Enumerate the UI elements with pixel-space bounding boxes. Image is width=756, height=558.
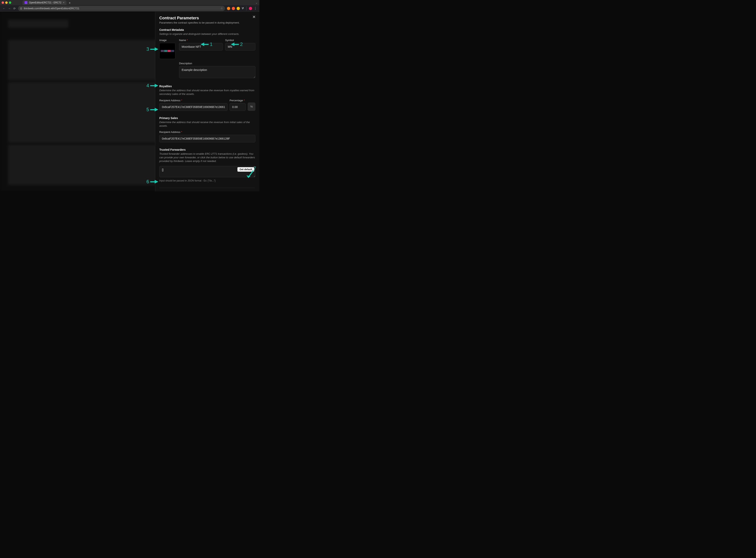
panel-title: Contract Parameters bbox=[159, 16, 255, 20]
bookmark-icon[interactable]: ☆ bbox=[220, 7, 223, 10]
site-info-icon[interactable]: ⊡ bbox=[20, 7, 22, 10]
primary-sales-section: Primary Sales Determine the address that… bbox=[159, 117, 255, 143]
symbol-label: Symbol bbox=[225, 39, 255, 42]
tab-title: OpenEditionERC721 - ERC72 bbox=[29, 1, 61, 4]
image-preview bbox=[161, 50, 174, 52]
royalty-recipient-input[interactable] bbox=[159, 103, 228, 111]
url-bar[interactable]: ⊡ thirdweb.com/thirdweb.eth/OpenEditionE… bbox=[18, 6, 225, 11]
back-button[interactable]: ← bbox=[2, 7, 6, 10]
percent-suffix: % bbox=[248, 103, 255, 111]
royalties-sub: Determine the address that should receiv… bbox=[159, 88, 255, 96]
royalty-recipient-label: Recipient Address * bbox=[159, 99, 228, 102]
description-input[interactable] bbox=[179, 66, 255, 78]
url-text: thirdweb.com/thirdweb.eth/OpenEditionERC… bbox=[24, 7, 79, 10]
trusted-forwarders-section: Trusted Forwarders Trusted forwarder add… bbox=[159, 148, 255, 182]
name-label: Name * bbox=[179, 39, 223, 42]
browser-chrome: OpenEditionERC721 - ERC72 × + ⌄ ← → ⟳ ⊡ … bbox=[0, 0, 259, 12]
primary-recipient-input[interactable] bbox=[159, 135, 255, 143]
extension-icon[interactable] bbox=[232, 7, 235, 10]
close-panel-button[interactable]: ✕ bbox=[252, 15, 256, 19]
contract-metadata-section: Contract Metadata Settings to organize a… bbox=[159, 28, 255, 79]
get-default-button[interactable]: Get default bbox=[237, 167, 254, 172]
primary-sub: Determine the address that should receiv… bbox=[159, 121, 255, 128]
extensions-menu-icon[interactable]: ⧩ bbox=[241, 7, 244, 10]
metadata-header: Contract Metadata bbox=[159, 28, 255, 31]
royalties-header: Royalties bbox=[159, 84, 255, 88]
browser-menu-icon[interactable]: ⋮ bbox=[254, 6, 257, 10]
traffic-close[interactable] bbox=[2, 1, 4, 4]
royalties-section: Royalties Determine the address that sho… bbox=[159, 84, 255, 110]
favicon bbox=[25, 1, 27, 4]
primary-header: Primary Sales bbox=[159, 117, 255, 120]
forwarders-sub: Trusted forwarder addresses to enable ER… bbox=[159, 152, 255, 163]
forward-button[interactable]: → bbox=[8, 7, 11, 10]
name-input[interactable] bbox=[179, 43, 223, 51]
image-upload[interactable] bbox=[159, 43, 175, 59]
image-label: Image bbox=[159, 39, 177, 42]
desc-label: Description bbox=[179, 62, 255, 65]
traffic-min[interactable] bbox=[5, 1, 8, 4]
contract-parameters-panel: ✕ Contract Parameters Parameters the con… bbox=[155, 12, 259, 192]
symbol-input[interactable] bbox=[225, 43, 255, 51]
traffic-max[interactable] bbox=[9, 1, 11, 4]
extension-icon[interactable] bbox=[227, 7, 230, 10]
browser-tab[interactable]: OpenEditionERC721 - ERC72 × bbox=[23, 0, 67, 5]
percentage-input[interactable] bbox=[230, 103, 246, 111]
panel-subtitle: Parameters the contract specifies to be … bbox=[159, 21, 255, 24]
metadata-sub: Settings to organize and distinguish bet… bbox=[159, 32, 255, 36]
extension-icon[interactable] bbox=[237, 7, 240, 10]
new-tab-button[interactable]: + bbox=[69, 1, 71, 4]
forwarders-hint: Input should be passed in JSON format - … bbox=[159, 179, 255, 182]
reload-button[interactable]: ⟳ bbox=[13, 7, 16, 10]
forwarders-header: Trusted Forwarders bbox=[159, 148, 255, 151]
chevron-down-icon[interactable]: ⌄ bbox=[255, 1, 258, 4]
primary-recipient-label: Recipient Address * bbox=[159, 130, 255, 133]
percentage-label: Percentage * bbox=[230, 99, 246, 102]
profile-avatar[interactable] bbox=[249, 7, 252, 10]
close-tab-icon[interactable]: × bbox=[63, 1, 64, 4]
extension-icons: ⧩ ⋮ bbox=[227, 6, 257, 10]
